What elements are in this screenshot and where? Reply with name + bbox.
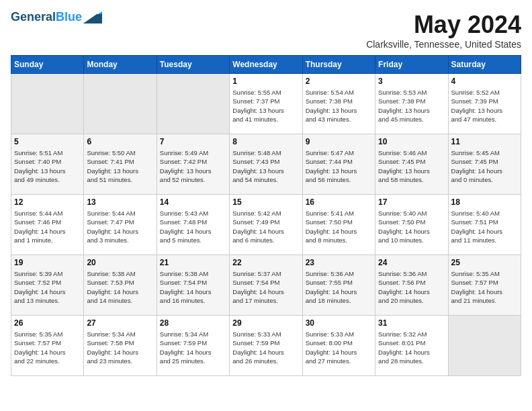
weekday-header-saturday: Saturday — [448, 56, 521, 74]
day-cell: 29Sunrise: 5:33 AM Sunset: 7:59 PM Dayli… — [230, 316, 302, 376]
day-cell: 16Sunrise: 5:41 AM Sunset: 7:50 PM Dayli… — [302, 195, 375, 255]
day-cell — [448, 316, 521, 376]
day-number: 17 — [378, 197, 445, 207]
day-number: 24 — [378, 258, 445, 267]
day-info: Sunrise: 5:47 AM Sunset: 7:44 PM Dayligh… — [306, 148, 372, 184]
day-number: 18 — [451, 197, 518, 207]
day-cell: 4Sunrise: 5:52 AM Sunset: 7:39 PM Daylig… — [448, 74, 521, 134]
day-number: 29 — [232, 318, 299, 328]
day-info: Sunrise: 5:38 AM Sunset: 7:53 PM Dayligh… — [87, 269, 153, 305]
day-cell: 8Sunrise: 5:48 AM Sunset: 7:43 PM Daylig… — [230, 134, 302, 195]
day-cell: 24Sunrise: 5:36 AM Sunset: 7:56 PM Dayli… — [375, 255, 448, 316]
weekday-header-monday: Monday — [84, 56, 157, 74]
day-info: Sunrise: 5:34 AM Sunset: 7:59 PM Dayligh… — [160, 330, 226, 365]
weekday-header-wednesday: Wednesday — [230, 56, 302, 74]
weekday-header-thursday: Thursday — [302, 56, 375, 74]
day-info: Sunrise: 5:44 AM Sunset: 7:47 PM Dayligh… — [87, 209, 153, 244]
day-number: 30 — [306, 318, 372, 328]
week-row-1: 1Sunrise: 5:55 AM Sunset: 7:37 PM Daylig… — [11, 74, 521, 134]
day-cell: 15Sunrise: 5:42 AM Sunset: 7:49 PM Dayli… — [230, 195, 302, 255]
day-cell: 11Sunrise: 5:45 AM Sunset: 7:45 PM Dayli… — [448, 134, 521, 195]
day-number: 22 — [232, 258, 299, 267]
day-info: Sunrise: 5:48 AM Sunset: 7:43 PM Dayligh… — [232, 148, 299, 184]
day-cell — [157, 74, 229, 134]
day-info: Sunrise: 5:51 AM Sunset: 7:40 PM Dayligh… — [14, 148, 81, 184]
day-cell: 3Sunrise: 5:53 AM Sunset: 7:38 PM Daylig… — [375, 74, 448, 134]
svg-marker-1 — [83, 14, 102, 24]
header: GeneralBlue May 2024 Clarksville, Tennes… — [11, 11, 521, 50]
calendar-title: May 2024 — [366, 11, 521, 39]
day-cell — [84, 74, 157, 134]
day-info: Sunrise: 5:34 AM Sunset: 7:58 PM Dayligh… — [87, 330, 153, 365]
day-info: Sunrise: 5:37 AM Sunset: 7:54 PM Dayligh… — [232, 269, 299, 305]
week-row-3: 12Sunrise: 5:44 AM Sunset: 7:46 PM Dayli… — [11, 195, 521, 255]
day-cell: 13Sunrise: 5:44 AM Sunset: 7:47 PM Dayli… — [84, 195, 157, 255]
week-row-5: 26Sunrise: 5:35 AM Sunset: 7:57 PM Dayli… — [11, 316, 521, 376]
day-number: 25 — [451, 258, 518, 267]
day-number: 7 — [160, 137, 226, 146]
weekday-header-tuesday: Tuesday — [157, 56, 229, 74]
day-cell: 30Sunrise: 5:33 AM Sunset: 8:00 PM Dayli… — [302, 316, 375, 376]
day-cell: 1Sunrise: 5:55 AM Sunset: 7:37 PM Daylig… — [230, 74, 302, 134]
day-number: 23 — [306, 258, 372, 267]
day-number: 16 — [306, 197, 372, 207]
day-number: 31 — [378, 318, 445, 328]
day-info: Sunrise: 5:42 AM Sunset: 7:49 PM Dayligh… — [232, 209, 299, 244]
day-info: Sunrise: 5:44 AM Sunset: 7:46 PM Dayligh… — [14, 209, 81, 244]
day-number: 27 — [87, 318, 153, 328]
day-info: Sunrise: 5:52 AM Sunset: 7:39 PM Dayligh… — [451, 88, 518, 124]
weekday-header-row: SundayMondayTuesdayWednesdayThursdayFrid… — [11, 56, 521, 74]
day-number: 20 — [87, 258, 153, 267]
day-cell: 25Sunrise: 5:35 AM Sunset: 7:57 PM Dayli… — [448, 255, 521, 316]
day-cell: 6Sunrise: 5:50 AM Sunset: 7:41 PM Daylig… — [84, 134, 157, 195]
day-cell: 10Sunrise: 5:46 AM Sunset: 7:45 PM Dayli… — [375, 134, 448, 195]
day-cell: 5Sunrise: 5:51 AM Sunset: 7:40 PM Daylig… — [11, 134, 84, 195]
logo-icon — [83, 11, 102, 24]
day-number: 2 — [306, 77, 372, 86]
day-number: 4 — [451, 77, 518, 86]
calendar-subtitle: Clarksville, Tennessee, United States — [366, 39, 521, 50]
day-cell: 12Sunrise: 5:44 AM Sunset: 7:46 PM Dayli… — [11, 195, 84, 255]
day-cell: 7Sunrise: 5:49 AM Sunset: 7:42 PM Daylig… — [157, 134, 229, 195]
title-area: May 2024 Clarksville, Tennessee, United … — [366, 11, 521, 50]
day-cell — [11, 74, 84, 134]
day-info: Sunrise: 5:45 AM Sunset: 7:45 PM Dayligh… — [451, 148, 518, 184]
day-cell: 23Sunrise: 5:36 AM Sunset: 7:55 PM Dayli… — [302, 255, 375, 316]
day-cell: 21Sunrise: 5:38 AM Sunset: 7:54 PM Dayli… — [157, 255, 229, 316]
day-number: 3 — [378, 77, 445, 86]
day-info: Sunrise: 5:41 AM Sunset: 7:50 PM Dayligh… — [306, 209, 372, 244]
day-cell: 18Sunrise: 5:40 AM Sunset: 7:51 PM Dayli… — [448, 195, 521, 255]
day-info: Sunrise: 5:54 AM Sunset: 7:38 PM Dayligh… — [306, 88, 372, 124]
day-cell: 31Sunrise: 5:32 AM Sunset: 8:01 PM Dayli… — [375, 316, 448, 376]
day-number: 13 — [87, 197, 153, 207]
day-number: 21 — [160, 258, 226, 267]
week-row-4: 19Sunrise: 5:39 AM Sunset: 7:52 PM Dayli… — [11, 255, 521, 316]
day-cell: 9Sunrise: 5:47 AM Sunset: 7:44 PM Daylig… — [302, 134, 375, 195]
day-number: 10 — [378, 137, 445, 146]
day-info: Sunrise: 5:33 AM Sunset: 8:00 PM Dayligh… — [306, 330, 372, 365]
day-info: Sunrise: 5:53 AM Sunset: 7:38 PM Dayligh… — [378, 88, 445, 124]
day-number: 26 — [14, 318, 81, 328]
logo: GeneralBlue — [11, 11, 102, 24]
day-number: 19 — [14, 258, 81, 267]
weekday-header-sunday: Sunday — [11, 56, 84, 74]
day-info: Sunrise: 5:50 AM Sunset: 7:41 PM Dayligh… — [87, 148, 153, 184]
day-number: 6 — [87, 137, 153, 146]
calendar-table: SundayMondayTuesdayWednesdayThursdayFrid… — [11, 55, 521, 376]
day-info: Sunrise: 5:36 AM Sunset: 7:56 PM Dayligh… — [378, 269, 445, 305]
day-cell: 27Sunrise: 5:34 AM Sunset: 7:58 PM Dayli… — [84, 316, 157, 376]
day-number: 5 — [14, 137, 81, 146]
day-info: Sunrise: 5:33 AM Sunset: 7:59 PM Dayligh… — [232, 330, 299, 365]
day-number: 15 — [232, 197, 299, 207]
day-info: Sunrise: 5:40 AM Sunset: 7:51 PM Dayligh… — [451, 209, 518, 244]
day-number: 9 — [306, 137, 372, 146]
day-number: 12 — [14, 197, 81, 207]
day-number: 8 — [232, 137, 299, 146]
day-number: 14 — [160, 197, 226, 207]
day-info: Sunrise: 5:43 AM Sunset: 7:48 PM Dayligh… — [160, 209, 226, 244]
day-cell: 28Sunrise: 5:34 AM Sunset: 7:59 PM Dayli… — [157, 316, 229, 376]
day-info: Sunrise: 5:35 AM Sunset: 7:57 PM Dayligh… — [14, 330, 81, 365]
day-cell: 19Sunrise: 5:39 AM Sunset: 7:52 PM Dayli… — [11, 255, 84, 316]
day-number: 1 — [232, 77, 299, 86]
day-info: Sunrise: 5:49 AM Sunset: 7:42 PM Dayligh… — [160, 148, 226, 184]
